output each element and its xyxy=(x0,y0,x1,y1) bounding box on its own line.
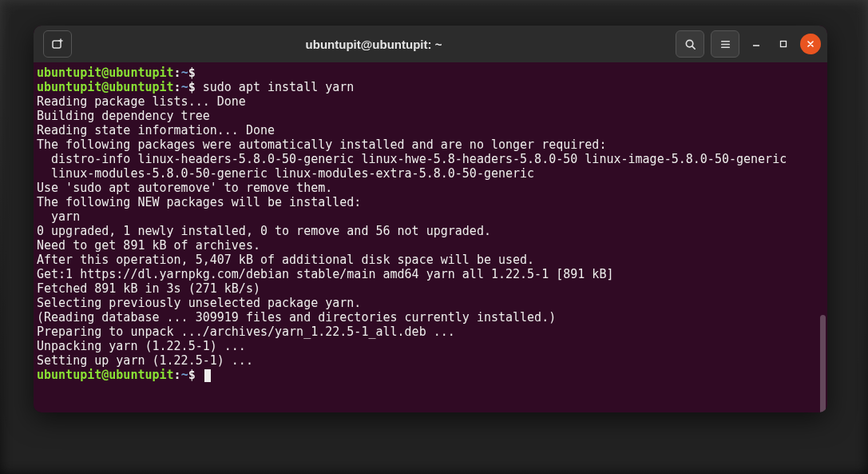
titlebar-right xyxy=(676,30,821,58)
output-line: Fetched 891 kB in 3s (271 kB/s) xyxy=(37,281,824,296)
new-tab-button[interactable] xyxy=(43,30,72,58)
titlebar[interactable]: ubuntupit@ubuntupit: ~ xyxy=(34,26,827,62)
output-line: linux-modules-5.8.0-50-generic linux-mod… xyxy=(37,166,824,181)
prompt-line-2: ubuntupit@ubuntupit:~$ sudo apt install … xyxy=(37,80,824,94)
prompt-dollar: $ xyxy=(188,66,196,80)
scrollbar-thumb[interactable] xyxy=(820,315,826,412)
output-line: Use 'sudo apt autoremove' to remove them… xyxy=(37,181,824,195)
close-icon xyxy=(807,40,814,48)
output-line: Selecting previously unselected package … xyxy=(37,296,824,310)
output-line: Building dependency tree xyxy=(37,109,824,123)
prompt-user: ubuntupit@ubuntupit xyxy=(37,80,174,94)
cursor xyxy=(204,369,211,382)
titlebar-center: ubuntupit@ubuntupit: ~ xyxy=(72,37,676,52)
minimize-icon xyxy=(752,40,760,48)
prompt-colon: : xyxy=(174,80,181,94)
maximize-button[interactable] xyxy=(773,34,794,54)
output-line: (Reading database ... 309919 files and d… xyxy=(37,310,824,325)
prompt-colon: : xyxy=(174,66,181,80)
output-line: 0 upgraded, 1 newly installed, 0 to remo… xyxy=(37,224,824,238)
output-line: distro-info linux-headers-5.8.0-50-gener… xyxy=(37,152,824,166)
output-line: Need to get 891 kB of archives. xyxy=(37,238,824,253)
close-button[interactable] xyxy=(800,34,821,54)
terminal-window: ubuntupit@ubuntupit: ~ xyxy=(34,26,827,412)
maximize-icon xyxy=(779,40,787,48)
prompt-user: ubuntupit@ubuntupit xyxy=(37,368,174,382)
output-line: Reading state information... Done xyxy=(37,123,824,137)
output-line: Get:1 https://dl.yarnpkg.com/debian stab… xyxy=(37,267,824,281)
output-line: The following packages were automaticall… xyxy=(37,137,824,152)
prompt-line-3: ubuntupit@ubuntupit:~$ xyxy=(37,368,824,382)
new-tab-icon xyxy=(51,38,64,50)
prompt-line-1: ubuntupit@ubuntupit:~$ xyxy=(37,66,824,80)
hamburger-icon xyxy=(719,38,731,50)
svg-rect-2 xyxy=(781,42,787,47)
output-line: Preparing to unpack .../archives/yarn_1.… xyxy=(37,325,824,339)
output-line: After this operation, 5,407 kB of additi… xyxy=(37,253,824,267)
prompt-path: ~ xyxy=(181,66,188,80)
search-button[interactable] xyxy=(676,30,704,58)
prompt-user: ubuntupit@ubuntupit xyxy=(37,66,174,80)
prompt-path: ~ xyxy=(181,368,188,382)
terminal-body[interactable]: ubuntupit@ubuntupit:~$ubuntupit@ubuntupi… xyxy=(34,62,827,412)
window-title: ubuntupit@ubuntupit: ~ xyxy=(306,38,442,51)
svg-rect-0 xyxy=(53,41,61,48)
output-line: yarn xyxy=(37,209,824,224)
output-line: Setting up yarn (1.22.5-1) ... xyxy=(37,353,824,368)
prompt-dollar: $ xyxy=(188,80,196,94)
titlebar-left xyxy=(40,30,72,58)
output-line: The following NEW packages will be insta… xyxy=(37,195,824,209)
menu-button[interactable] xyxy=(711,30,739,58)
command-install: sudo apt install yarn xyxy=(196,80,355,94)
output-line: Reading package lists... Done xyxy=(37,94,824,109)
search-icon xyxy=(684,38,696,50)
minimize-button[interactable] xyxy=(746,34,767,54)
prompt-colon: : xyxy=(174,368,181,382)
prompt-dollar: $ xyxy=(188,368,196,382)
prompt-path: ~ xyxy=(181,80,188,94)
output-line: Unpacking yarn (1.22.5-1) ... xyxy=(37,339,824,353)
